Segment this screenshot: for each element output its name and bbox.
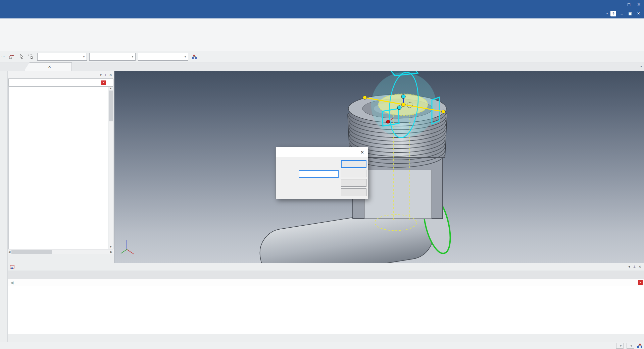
scene-tree: ▲▼ [8,86,113,249]
document-tab[interactable]: ✕ [24,62,72,71]
dialog-close-icon[interactable]: ✕ [360,150,364,155]
tree-horizontal-scrollbar[interactable]: ◀▶ [8,249,113,254]
chevron-down-icon[interactable]: ▾ [629,265,630,269]
scene-search-input[interactable]: ✕ [8,78,113,86]
minimize-button[interactable]: – [614,0,624,9]
scene-browser-panel: ▾ ⊥ ✕ ✕ ▲▼ ◀▶ [8,71,114,263]
context-toolbar: ⋮ ▾ ▾ ▾ [0,51,644,62]
viewport-3d[interactable] [114,71,644,263]
cancel-button[interactable] [341,179,366,187]
hierarchy-icon[interactable] [637,343,642,348]
catalog-dock-icon [9,265,15,269]
style-dropdown[interactable]: ▾ [37,53,87,61]
handle-cyan-top[interactable] [401,95,405,99]
apply-button [341,170,366,177]
workspace-chevron-icon[interactable]: ▾ [640,64,642,68]
close-button[interactable]: ✕ [634,0,644,9]
clear-search-icon[interactable]: ✕ [101,80,106,85]
handle-endpoint-left[interactable] [363,96,367,100]
document-tab-close-icon[interactable]: ✕ [48,65,51,69]
back-arrow-icon[interactable]: ◀ [10,280,13,285]
pin-icon[interactable]: ⊥ [104,73,107,77]
close-icon[interactable]: ✕ [639,265,641,269]
menu-bar: ▾ ? – ▣ ✕ [0,9,644,18]
scene-panel-tabs [8,254,114,263]
pin-icon[interactable]: ⊥ [633,265,636,269]
drilldown-dropdown: ▾ [616,343,624,349]
left-dock-strip [0,71,8,342]
handle-center[interactable] [401,103,405,107]
tree-vertical-scrollbar[interactable]: ▲▼ [108,87,113,249]
doc-minimize-icon[interactable]: – [619,11,625,16]
config-dropdown[interactable]: ▾ [138,53,188,61]
document-tab-bar: ✕ ▾ [0,62,644,71]
box-select-icon[interactable] [28,53,35,60]
handle-endpoint-right[interactable] [442,110,445,114]
ribbon [0,18,644,51]
handle-red-anchor[interactable] [386,120,390,123]
doc-restore-icon[interactable]: ▣ [627,11,633,16]
filter-dropdown[interactable]: ▾ [89,53,136,61]
structure-icon[interactable] [191,53,198,60]
handle-cyan-front[interactable] [397,106,401,110]
catalog-button-row [8,271,644,279]
catalog-search-input[interactable]: ◀ ✕ [8,279,644,286]
doc-close-icon[interactable]: ✕ [636,11,641,16]
help-button[interactable] [341,188,366,196]
distance-input[interactable] [299,170,339,178]
clear-search-icon[interactable]: ✕ [638,280,643,285]
edit-distance-dialog: ✕ [276,147,368,199]
status-bar: ▾ ▾ [0,342,644,349]
select-cursor-icon[interactable] [18,53,25,60]
title-bar: – □ ✕ [0,0,644,9]
paste-tool-icon[interactable] [8,53,15,60]
ok-button[interactable] [341,160,366,168]
maximize-button[interactable]: □ [624,0,634,9]
styles-chevron-icon[interactable]: ▾ [606,12,608,15]
help-icon[interactable]: ? [610,11,616,16]
catalog-tabs [8,334,644,342]
chevron-down-icon[interactable]: ▾ [100,73,102,77]
toolbar-grip[interactable]: ⋮ [1,55,5,59]
close-icon[interactable]: ✕ [109,73,112,77]
catalog-browser-panel: ▾ ⊥ ✕ ◀ ✕ [8,263,644,342]
default-config-dropdown: ▾ [627,343,634,349]
